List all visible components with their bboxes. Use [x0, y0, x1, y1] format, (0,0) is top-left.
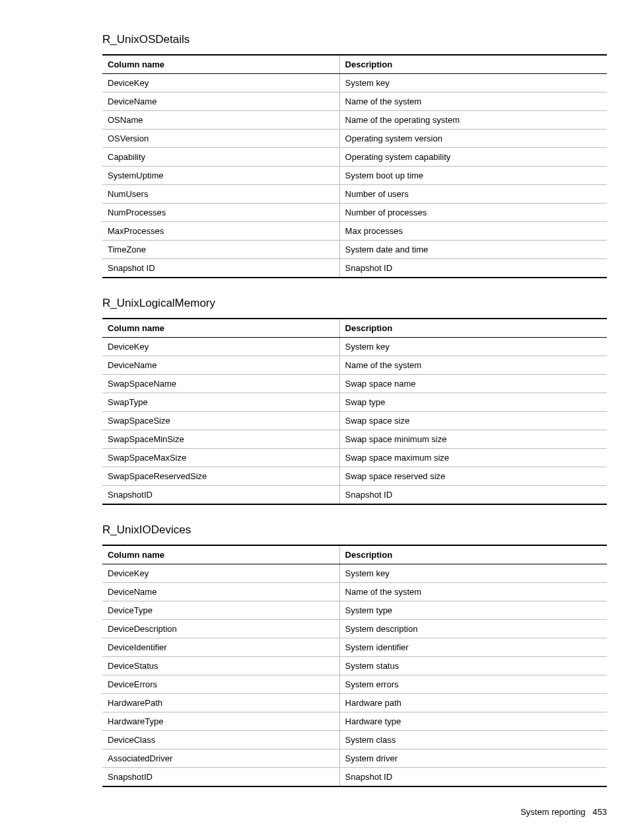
cell-col2: System errors: [339, 675, 607, 694]
table-unix-logical-memory: Column name Description DeviceKeySystem …: [102, 318, 607, 505]
footer-page-number: 453: [592, 807, 607, 817]
table-unix-io-devices: Column name Description DeviceKeySystem …: [102, 545, 607, 787]
table-row: MaxProcessesMax processes: [102, 222, 607, 241]
cell-col1: OSVersion: [102, 130, 339, 148]
page-content: R_UnixOSDetails Column name Description …: [0, 0, 630, 830]
table-row: DeviceKeySystem key: [102, 564, 607, 583]
table-row: DeviceNameName of the system: [102, 93, 607, 111]
table-header-col2: Description: [339, 55, 607, 74]
cell-col1: HardwareType: [102, 712, 339, 731]
cell-col2: System key: [339, 564, 607, 583]
cell-col1: DeviceName: [102, 93, 339, 111]
table-row: DeviceErrorsSystem errors: [102, 675, 607, 694]
cell-col2: Snapshot ID: [339, 486, 607, 505]
cell-col1: OSName: [102, 111, 339, 130]
cell-col1: NumUsers: [102, 185, 339, 204]
table-row: TimeZoneSystem date and time: [102, 241, 607, 259]
table-row: DeviceIdentifierSystem identifier: [102, 638, 607, 657]
section-title: R_UnixOSDetails: [102, 33, 607, 46]
cell-col1: SwapSpaceMinSize: [102, 430, 339, 449]
cell-col1: DeviceDescription: [102, 620, 339, 638]
cell-col2: System boot up time: [339, 167, 607, 185]
section-title: R_UnixLogicalMemory: [102, 297, 607, 310]
table-header-col1: Column name: [102, 319, 339, 338]
cell-col1: SwapType: [102, 393, 339, 412]
cell-col2: System description: [339, 620, 607, 638]
table-header-col2: Description: [339, 319, 607, 338]
cell-col1: NumProcesses: [102, 204, 339, 222]
table-row: DeviceTypeSystem type: [102, 601, 607, 620]
table-header-row: Column name Description: [102, 319, 607, 338]
table-row: DeviceKeySystem key: [102, 74, 607, 93]
cell-col2: Name of the system: [339, 356, 607, 375]
cell-col1: DeviceType: [102, 601, 339, 620]
table-row: HardwareTypeHardware type: [102, 712, 607, 731]
page-footer: System reporting 453: [102, 807, 607, 817]
cell-col2: Operating system version: [339, 130, 607, 148]
cell-col1: AssociatedDriver: [102, 749, 339, 768]
cell-col1: SnapshotID: [102, 768, 339, 787]
table-header-row: Column name Description: [102, 545, 607, 564]
cell-col2: System driver: [339, 749, 607, 768]
cell-col2: System key: [339, 338, 607, 356]
cell-col2: Hardware type: [339, 712, 607, 731]
cell-col1: SwapSpaceSize: [102, 412, 339, 430]
cell-col1: DeviceName: [102, 583, 339, 601]
cell-col2: Name of the operating system: [339, 111, 607, 130]
cell-col1: DeviceKey: [102, 564, 339, 583]
table-row: SwapSpaceMaxSizeSwap space maximum size: [102, 449, 607, 467]
cell-col1: SwapSpaceReservedSize: [102, 467, 339, 486]
cell-col1: SnapshotID: [102, 486, 339, 505]
cell-col1: DeviceName: [102, 356, 339, 375]
cell-col1: HardwarePath: [102, 694, 339, 712]
cell-col2: Number of processes: [339, 204, 607, 222]
table-unix-os-details: Column name Description DeviceKeySystem …: [102, 54, 607, 278]
cell-col1: DeviceIdentifier: [102, 638, 339, 657]
cell-col2: Name of the system: [339, 93, 607, 111]
table-header-col1: Column name: [102, 55, 339, 74]
cell-col1: SwapSpaceMaxSize: [102, 449, 339, 467]
cell-col2: Swap space name: [339, 375, 607, 393]
cell-col1: Capability: [102, 148, 339, 167]
footer-label: System reporting: [520, 807, 585, 817]
table-row: DeviceClassSystem class: [102, 731, 607, 749]
cell-col2: Max processes: [339, 222, 607, 241]
table-row: SwapTypeSwap type: [102, 393, 607, 412]
table-row: AssociatedDriverSystem driver: [102, 749, 607, 768]
cell-col2: System date and time: [339, 241, 607, 259]
table-row: DeviceNameName of the system: [102, 356, 607, 375]
table-row: SnapshotIDSnapshot ID: [102, 486, 607, 505]
cell-col2: Hardware path: [339, 694, 607, 712]
table-row: DeviceNameName of the system: [102, 583, 607, 601]
cell-col1: DeviceClass: [102, 731, 339, 749]
section-title: R_UnixIODevices: [102, 523, 607, 537]
table-row: DeviceDescriptionSystem description: [102, 620, 607, 638]
table-row: OSVersionOperating system version: [102, 130, 607, 148]
table-row: SystemUptimeSystem boot up time: [102, 167, 607, 185]
table-row: SwapSpaceReservedSizeSwap space reserved…: [102, 467, 607, 486]
table-header-col2: Description: [339, 545, 607, 564]
cell-col1: DeviceKey: [102, 74, 339, 93]
cell-col2: Snapshot ID: [339, 768, 607, 787]
table-row: CapabilityOperating system capability: [102, 148, 607, 167]
table-row: NumProcessesNumber of processes: [102, 204, 607, 222]
cell-col2: System class: [339, 731, 607, 749]
table-row: DeviceStatusSystem status: [102, 657, 607, 675]
cell-col2: Swap space reserved size: [339, 467, 607, 486]
cell-col2: Operating system capability: [339, 148, 607, 167]
cell-col2: Swap space size: [339, 412, 607, 430]
table-row: SwapSpaceMinSizeSwap space minimum size: [102, 430, 607, 449]
cell-col2: Snapshot ID: [339, 259, 607, 278]
table-row: SnapshotIDSnapshot ID: [102, 768, 607, 787]
cell-col2: Swap space minimum size: [339, 430, 607, 449]
cell-col2: Swap type: [339, 393, 607, 412]
cell-col1: DeviceKey: [102, 338, 339, 356]
cell-col2: System status: [339, 657, 607, 675]
table-row: SwapSpaceSizeSwap space size: [102, 412, 607, 430]
cell-col2: System identifier: [339, 638, 607, 657]
table-row: OSNameName of the operating system: [102, 111, 607, 130]
table-header-row: Column name Description: [102, 55, 607, 74]
cell-col1: MaxProcesses: [102, 222, 339, 241]
cell-col2: Swap space maximum size: [339, 449, 607, 467]
cell-col1: DeviceErrors: [102, 675, 339, 694]
